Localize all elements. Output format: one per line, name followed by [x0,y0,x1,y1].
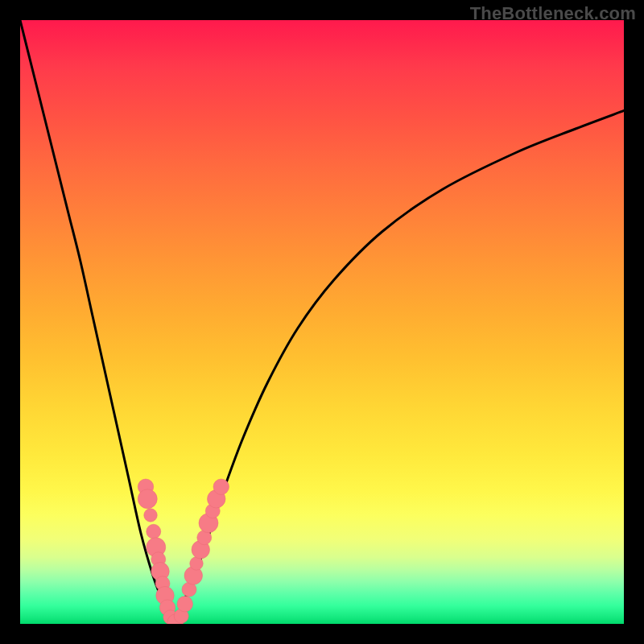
chart-frame: TheBottleneck.com [0,0,644,644]
curve-layer [20,20,624,624]
curve-marker [138,489,157,509]
plot-area [20,20,624,624]
curve-markers [138,479,229,624]
curve-marker [213,479,229,495]
curve-marker [177,597,193,613]
curve-marker [144,509,158,522]
curve-marker [147,524,161,539]
watermark-text: TheBottleneck.com [470,3,636,24]
curve-right-branch [174,111,624,625]
